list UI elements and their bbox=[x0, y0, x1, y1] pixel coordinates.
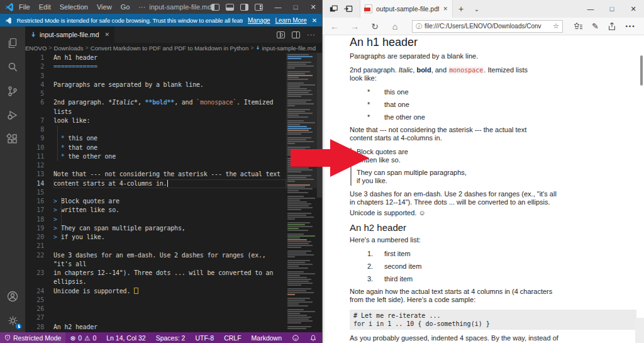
problems-status[interactable]: ⊗ 0 ⚠ 0 bbox=[65, 332, 101, 343]
language-mode[interactable]: Markdown bbox=[247, 332, 287, 343]
explorer-icon[interactable] bbox=[0, 31, 25, 55]
editor-line[interactable]: 22Use 3 dashes for an em-dash. Use 2 das… bbox=[25, 251, 286, 260]
editor-line[interactable]: 27 bbox=[25, 313, 286, 322]
edge-minimize-button[interactable]: — bbox=[580, 0, 601, 18]
notifications-bell-icon[interactable] bbox=[304, 332, 322, 343]
toggle-panel-icon[interactable] bbox=[226, 4, 234, 11]
editor-line[interactable]: 19> They can span multiple paragraphs, bbox=[25, 224, 286, 233]
vscode-maximize-button[interactable]: □ bbox=[287, 0, 304, 14]
banner-learn-more-link[interactable]: Learn More bbox=[275, 17, 307, 24]
eol[interactable]: CRLF bbox=[219, 332, 246, 343]
editor-line[interactable]: 8 bbox=[25, 125, 286, 134]
open-preview-icon[interactable] bbox=[277, 31, 285, 38]
editor-line[interactable]: 62nd paragraph. *Italic*, **bold**, and … bbox=[25, 98, 286, 107]
web-note-pen-icon[interactable]: ✎ bbox=[592, 21, 599, 31]
editor-line[interactable]: 13Note that --- not considering the aste… bbox=[25, 170, 286, 179]
editor-line[interactable]: 11 * the other one bbox=[25, 152, 286, 161]
code-editor[interactable]: 1An h1 header2============34Paragraphs a… bbox=[25, 53, 322, 332]
toggle-sidebar-icon[interactable] bbox=[211, 4, 219, 11]
menu-selection[interactable]: Selection bbox=[60, 3, 88, 11]
toggle-secondary-sidebar-icon[interactable] bbox=[240, 4, 248, 11]
editor-line[interactable]: 7look like: bbox=[25, 116, 286, 125]
tab-close-icon[interactable]: ✕ bbox=[105, 31, 110, 38]
restricted-mode-status[interactable]: Restricted Mode bbox=[0, 332, 65, 343]
editor-line[interactable]: 12 bbox=[25, 161, 286, 170]
editor-line[interactable]: 25 bbox=[25, 296, 286, 305]
breadcrumb-separator: > bbox=[86, 45, 89, 51]
favorites-hub-icon[interactable] bbox=[574, 22, 583, 30]
add-favorite-icon[interactable]: ☆ bbox=[553, 22, 559, 30]
forward-icon[interactable]: → bbox=[345, 19, 364, 34]
editor-line[interactable]: 9 * this one bbox=[25, 134, 286, 143]
pdf-viewer[interactable]: An h1 headerParagraphs are separated by … bbox=[323, 35, 644, 343]
settings-gear-icon[interactable] bbox=[0, 308, 25, 332]
banner-manage-link[interactable]: Manage bbox=[248, 17, 270, 24]
run-debug-icon[interactable] bbox=[0, 103, 25, 127]
edge-maximize-button[interactable]: □ bbox=[601, 0, 623, 18]
menu-file[interactable]: File bbox=[19, 3, 30, 11]
refresh-icon[interactable]: ↻ bbox=[365, 19, 384, 34]
editor-line[interactable]: 26 bbox=[25, 305, 286, 313]
menu-view[interactable]: View bbox=[97, 3, 112, 11]
editor-line[interactable]: 20> if you like. bbox=[25, 233, 286, 242]
editor-line[interactable]: "it's all bbox=[25, 260, 286, 269]
menu-edit[interactable]: Edit bbox=[39, 3, 51, 11]
editor-line[interactable]: 21 bbox=[25, 242, 286, 250]
page-info-icon[interactable]: ⓘ bbox=[416, 22, 422, 31]
indentation[interactable]: Spaces: 2 bbox=[151, 332, 191, 343]
feedback-icon[interactable] bbox=[287, 332, 304, 343]
breadcrumb-item[interactable]: ENOVO bbox=[25, 45, 47, 52]
editor-line[interactable]: 18> bbox=[25, 215, 286, 224]
menu-go[interactable]: Go bbox=[121, 3, 130, 11]
vscode-close-button[interactable]: ✕ bbox=[304, 0, 322, 14]
editor-line[interactable]: lists bbox=[25, 108, 286, 116]
source-control-icon[interactable] bbox=[0, 79, 25, 103]
tab-preview-icon[interactable] bbox=[329, 4, 338, 13]
editor-line[interactable]: 2============ bbox=[25, 62, 286, 71]
banner-close-icon[interactable]: ✕ bbox=[312, 17, 317, 24]
editor-line[interactable]: 24Unicode is supported. ☺ bbox=[25, 287, 286, 296]
edge-tab-close-icon[interactable]: ✕ bbox=[443, 6, 448, 12]
edge-tab-output-sample[interactable]: output-sample-file.pdf ✕ bbox=[360, 0, 453, 18]
customize-layout-icon[interactable] bbox=[255, 4, 263, 11]
search-icon[interactable] bbox=[0, 55, 25, 79]
editor-line[interactable]: 1An h1 header bbox=[25, 53, 286, 62]
back-icon[interactable]: ← bbox=[325, 19, 344, 34]
home-icon[interactable]: ⌂ bbox=[386, 19, 404, 34]
editor-more-actions-icon[interactable]: ··· bbox=[307, 31, 316, 38]
breadcrumb-item[interactable]: Convert Markdown to PDF and PDF to Markd… bbox=[91, 45, 248, 52]
editor-line[interactable]: 3 bbox=[25, 72, 286, 81]
new-tab-button[interactable]: + bbox=[453, 0, 469, 18]
breadcrumb-file[interactable]: input-sample-file.md bbox=[255, 45, 316, 52]
line-content: in chapters 12--14"). Three dots ... wil… bbox=[53, 269, 286, 278]
pdf-scrollbar[interactable] bbox=[640, 55, 643, 86]
editor-line[interactable]: 16> Block quotes are bbox=[25, 197, 286, 206]
address-bar[interactable]: ⓘ file:///C:/Users/LENOVO/Downloads/Conv… bbox=[412, 20, 563, 33]
share-icon[interactable] bbox=[608, 22, 616, 31]
editor-line[interactable]: 23in chapters 12--14"). Three dots ... w… bbox=[25, 269, 286, 278]
edge-close-button[interactable]: ✕ bbox=[623, 0, 644, 18]
editor-scrollbar[interactable] bbox=[317, 53, 322, 198]
set-tabs-aside-icon[interactable] bbox=[343, 4, 353, 13]
minimap[interactable] bbox=[286, 53, 317, 332]
split-editor-icon[interactable] bbox=[292, 31, 300, 38]
extensions-icon[interactable] bbox=[0, 127, 25, 151]
editor-line[interactable]: 5 bbox=[25, 89, 286, 98]
editor-line[interactable]: 17> written like so. bbox=[25, 206, 286, 215]
menu-[interactable]: ··· bbox=[138, 3, 145, 11]
editor-line[interactable]: 10 * that one bbox=[25, 143, 286, 152]
tab-dropdown-icon[interactable]: ⌄ bbox=[469, 0, 484, 18]
cursor-position[interactable]: Ln 14, Col 32 bbox=[101, 332, 150, 343]
account-icon[interactable] bbox=[0, 284, 25, 308]
editor-line[interactable]: ellipsis. bbox=[25, 278, 286, 286]
editor-line[interactable]: 4Paragraphs are separated by a blank lin… bbox=[25, 81, 286, 89]
editor-line[interactable]: 28An h2 header bbox=[25, 323, 286, 332]
settings-more-icon[interactable]: ··· bbox=[625, 21, 635, 32]
breadcrumb-item[interactable]: Downloads bbox=[54, 45, 84, 52]
minimap-viewport[interactable] bbox=[286, 53, 317, 188]
tab-input-sample-file[interactable]: input-sample-file.md ✕ bbox=[25, 26, 115, 43]
editor-line[interactable]: 14content starts at 4-columns in. bbox=[25, 179, 286, 188]
encoding[interactable]: UTF-8 bbox=[190, 332, 219, 343]
editor-line[interactable]: 15 bbox=[25, 188, 286, 197]
vscode-minimize-button[interactable]: — bbox=[269, 0, 287, 14]
